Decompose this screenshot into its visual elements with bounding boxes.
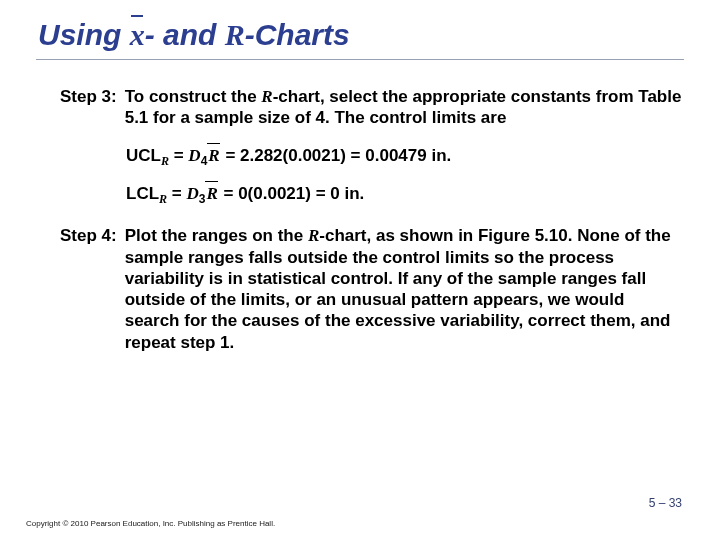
lcl-eq2: = — [219, 184, 234, 203]
equation-ucl: UCLR = D4R = 2.282(0.0021) = 0.00479 in. — [126, 145, 682, 169]
lcl-name: LCL — [126, 184, 159, 203]
lcl-D: D — [186, 184, 198, 203]
title-pre: Using — [38, 18, 130, 51]
slide: Using x- and R-Charts Step 3: To constru… — [0, 0, 720, 540]
page-number: 5 – 33 — [649, 496, 682, 510]
xbar-symbol: x — [130, 18, 145, 51]
ucl-Rbar: R — [207, 145, 220, 166]
ucl-name: UCL — [126, 146, 161, 165]
lcl-eq1: = — [167, 184, 186, 203]
slide-title: Using x- and R-Charts — [36, 18, 684, 51]
equation-lcl: LCLR = D3R = 0(0.0021) = 0 in. — [126, 183, 682, 207]
ucl-eq1: = — [169, 146, 188, 165]
lcl-Dsub: 3 — [199, 192, 206, 206]
ucl-sub: R — [161, 154, 169, 168]
step-3-text: To construct the R-chart, select the app… — [125, 86, 682, 129]
title-R: R — [225, 18, 245, 51]
lcl-sub: R — [159, 192, 167, 206]
slide-body: Step 3: To construct the R-chart, select… — [36, 60, 684, 353]
ucl-rhs: 2.282(0.0021) = 0.00479 in. — [235, 146, 451, 165]
ucl-D: D — [188, 146, 200, 165]
lcl-rhs: 0(0.0021) = 0 in. — [233, 184, 364, 203]
step3-R: R — [261, 87, 272, 106]
step4-pre: Plot the ranges on the — [125, 226, 308, 245]
step-4-label: Step 4: — [60, 225, 117, 353]
title-mid: - and — [145, 18, 225, 51]
step4-R: R — [308, 226, 319, 245]
lcl-Rbar: R — [205, 183, 218, 204]
step-3: Step 3: To construct the R-chart, select… — [60, 86, 682, 129]
step-4-text: Plot the ranges on the R-chart, as shown… — [125, 225, 682, 353]
equations: UCLR = D4R = 2.282(0.0021) = 0.00479 in.… — [126, 145, 682, 208]
copyright: Copyright © 2010 Pearson Education, Inc.… — [26, 519, 275, 528]
title-post: -Charts — [245, 18, 350, 51]
step-3-label: Step 3: — [60, 86, 117, 129]
ucl-eq2: = — [221, 146, 236, 165]
step-4: Step 4: Plot the ranges on the R-chart, … — [60, 225, 682, 353]
ucl-Dsub: 4 — [201, 154, 208, 168]
step3-pre: To construct the — [125, 87, 262, 106]
